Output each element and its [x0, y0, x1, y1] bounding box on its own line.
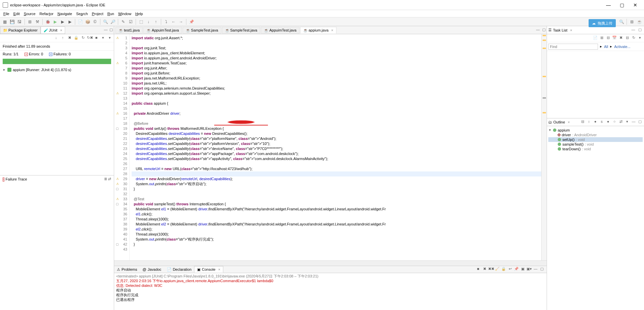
step-icon[interactable]: ⤵: [163, 18, 170, 25]
new-package-icon[interactable]: 📦: [84, 18, 91, 25]
outline-method-teardown[interactable]: tearDown() : void: [548, 147, 643, 151]
hide-local-icon[interactable]: ○: [612, 119, 617, 125]
minimize-tasklist-icon[interactable]: —: [631, 28, 636, 33]
rerun-failed-icon[interactable]: ↻✖: [87, 36, 92, 41]
console-output[interactable]: <terminated> appium [JUnit] C:\Program F…: [114, 273, 547, 310]
menu-project[interactable]: Project: [90, 11, 105, 16]
menu-source[interactable]: Source: [22, 11, 38, 16]
maximize-button[interactable]: ▢: [618, 2, 625, 8]
menu-run[interactable]: Run: [105, 11, 116, 16]
prev-failure-icon[interactable]: ↑: [60, 36, 65, 41]
overview-ruler[interactable]: [541, 34, 547, 260]
new-task-icon[interactable]: 📄: [593, 36, 598, 41]
next-annotation-icon[interactable]: ↓: [145, 18, 152, 25]
minimize-bottom-icon[interactable]: —: [533, 267, 538, 272]
tab-problems[interactable]: ⚠Problems: [114, 266, 140, 273]
save-all-icon[interactable]: 🖫: [16, 18, 23, 25]
compare-icon[interactable]: ⇄: [108, 177, 111, 181]
tab-junit[interactable]: 🧪 JUnit ×: [41, 27, 65, 34]
run-last-icon[interactable]: ▶: [66, 18, 73, 25]
maximize-tasklist-icon[interactable]: ▢: [637, 28, 643, 33]
rerun-icon[interactable]: ↻: [80, 36, 86, 41]
debug-icon[interactable]: 🐞: [44, 18, 51, 25]
maximize-editor-icon[interactable]: ▢: [541, 28, 547, 33]
outline-class[interactable]: ▾ appium: [548, 127, 643, 133]
maximize-view-icon[interactable]: ▢: [108, 28, 114, 33]
code-area[interactable]: import static org.junit.Assert.*; import…: [130, 34, 541, 260]
junit-test-node[interactable]: ▸ appium [Runner: JUnit 4] (11.870 s): [3, 67, 111, 72]
open-console-icon[interactable]: ▣▾: [526, 267, 532, 272]
tab-sampletest2[interactable]: ☕SampleTest.java: [222, 27, 261, 34]
tab-declaration[interactable]: 📄Declaration: [164, 266, 194, 273]
history-icon[interactable]: ▾: [100, 36, 106, 41]
search-icon[interactable]: 🔎: [109, 18, 116, 25]
remove-launch-icon[interactable]: ✖: [482, 267, 487, 272]
outline-method-sampletest[interactable]: sampleTest() : void: [548, 142, 643, 147]
word-wrap-icon[interactable]: ↩: [507, 267, 513, 272]
close-icon[interactable]: ×: [60, 28, 62, 32]
minimize-outline-icon[interactable]: —: [631, 119, 636, 125]
menu-navigate[interactable]: Navigate: [55, 11, 74, 16]
outline-method-setup[interactable]: setUp() : void: [548, 137, 643, 142]
synchronize-icon[interactable]: ↻: [631, 36, 636, 41]
horizontal-scrollbar[interactable]: [114, 260, 547, 266]
run-icon[interactable]: ▶: [52, 18, 58, 25]
view-menu-icon[interactable]: ▾: [107, 36, 112, 41]
schedule-icon[interactable]: 📅: [612, 36, 617, 41]
categorize-icon[interactable]: ⊞: [599, 36, 604, 41]
task-menu-icon[interactable]: ▾: [637, 36, 643, 41]
scroll-lock-console-icon[interactable]: 🔒: [501, 267, 506, 272]
stop-icon[interactable]: ■: [94, 36, 99, 41]
next-failure-icon[interactable]: ↓: [53, 36, 59, 41]
tab-sampletest1[interactable]: ☕SampleTest.java: [183, 27, 221, 34]
java-perspective-icon[interactable]: ☕: [636, 18, 643, 25]
new-class-icon[interactable]: ©: [92, 18, 98, 25]
menu-window[interactable]: Window: [116, 11, 133, 16]
task-icon[interactable]: ☑: [127, 18, 134, 25]
coverage-icon[interactable]: ▶: [59, 18, 66, 25]
expand-icon[interactable]: ▸: [3, 67, 6, 72]
maximize-bottom-icon[interactable]: ▢: [539, 267, 545, 272]
sort-icon[interactable]: ↕: [586, 119, 592, 125]
hide-icon[interactable]: ✖: [618, 36, 624, 41]
tab-javadoc[interactable]: @Javadoc: [140, 266, 164, 273]
show-failures-icon[interactable]: ✖: [67, 36, 72, 41]
task-activate-link[interactable]: Activate...: [614, 45, 630, 49]
collapse-icon[interactable]: ▾: [548, 128, 552, 132]
minimize-view-icon[interactable]: —: [103, 28, 108, 33]
open-type-icon[interactable]: 🔍: [102, 18, 109, 25]
prev-annotation-icon[interactable]: ↑: [152, 18, 159, 25]
annotate-icon[interactable]: ✎: [120, 18, 127, 25]
display-selected-icon[interactable]: ▣: [520, 267, 525, 272]
toggle-breadcrumb-icon[interactable]: ⊞: [27, 18, 33, 25]
new-icon[interactable]: ▦: [1, 18, 8, 25]
minimize-editor-icon[interactable]: —: [535, 28, 541, 33]
tab-appuimtest1[interactable]: ☕AppuimTest.java: [143, 27, 182, 34]
tab-appuimtest2[interactable]: ☕AppuimTest.java: [261, 27, 300, 34]
menu-edit[interactable]: Edit: [11, 11, 22, 16]
focus-icon[interactable]: ⊟: [605, 36, 611, 41]
save-icon[interactable]: 💾: [9, 18, 15, 25]
build-icon[interactable]: ⚒: [34, 18, 41, 25]
minimize-button[interactable]: —: [605, 2, 612, 8]
tab-test1[interactable]: ☕test1.java: [116, 27, 143, 34]
maximize-outline-icon[interactable]: ▢: [637, 119, 643, 125]
close-button[interactable]: ✕: [632, 2, 639, 8]
tab-package-explorer[interactable]: 📁 Package Explorer: [0, 27, 41, 34]
back-icon[interactable]: ←: [170, 18, 177, 25]
clear-console-icon[interactable]: 🧹: [495, 267, 500, 272]
terminate-icon[interactable]: ■: [475, 267, 481, 272]
new-java-icon[interactable]: 📄: [77, 18, 84, 25]
outline-menu-icon[interactable]: ▾: [625, 119, 630, 125]
close-icon[interactable]: ×: [570, 28, 572, 32]
close-icon[interactable]: ×: [331, 28, 333, 32]
collapse-all-icon[interactable]: ⊟: [625, 36, 630, 41]
tab-appium[interactable]: ☕appium.java×: [300, 27, 336, 34]
task-find-input[interactable]: [548, 44, 598, 50]
tab-console[interactable]: ▣Console×: [194, 266, 223, 273]
menu-file[interactable]: File: [1, 11, 11, 16]
menu-search[interactable]: Search: [74, 11, 90, 16]
close-icon[interactable]: ×: [568, 120, 570, 124]
menu-refactor[interactable]: Refactor: [38, 11, 56, 16]
link-editor-icon[interactable]: ⇄: [618, 119, 624, 125]
